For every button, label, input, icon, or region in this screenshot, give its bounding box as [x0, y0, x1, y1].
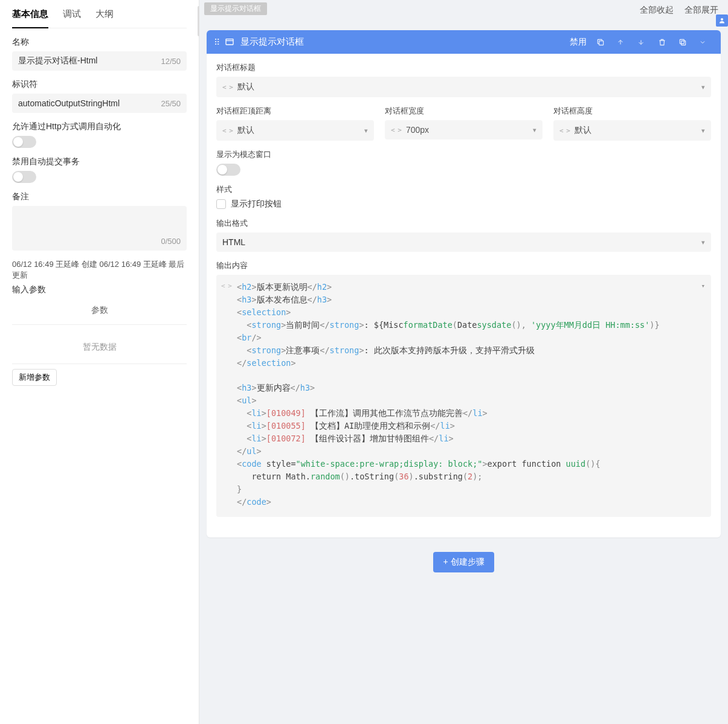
select-value: HTML: [222, 237, 697, 247]
width-select[interactable]: 700px▾: [385, 120, 543, 139]
print-label: 显示打印按钮: [231, 199, 282, 210]
dlg-title-value: 默认: [237, 82, 697, 92]
param-col-head: 参数: [12, 301, 187, 319]
card-header[interactable]: ⠿ 显示提示对话框 禁用: [207, 30, 721, 54]
divider: [12, 324, 187, 325]
main-panel: 显示提示对话框 全部收起 全部展开 ⠿ 显示提示对话框 禁用: [199, 0, 728, 724]
svg-rect-5: [681, 40, 686, 45]
remark-textarea[interactable]: 0/500: [12, 206, 187, 251]
chevron-down-icon: ▾: [533, 126, 536, 134]
sidebar: 基本信息 调试 大纲 名称 12/50 标识符 25/50 允许通过Http方式…: [0, 0, 199, 724]
svg-rect-4: [680, 39, 684, 43]
code-icon: < >: [221, 281, 231, 291]
copy-icon[interactable]: [596, 38, 611, 46]
top-dist-select[interactable]: 默认▾: [216, 120, 374, 141]
dlg-title-select[interactable]: 默认 ▾: [216, 77, 711, 97]
name-counter: 12/50: [161, 57, 181, 66]
delete-icon[interactable]: [658, 38, 672, 46]
disable-tx-label: 禁用自动提交事务: [12, 156, 187, 167]
chevron-down-icon: ▾: [701, 127, 705, 135]
modal-label: 显示为模态窗口: [216, 149, 711, 160]
svg-rect-3: [599, 40, 604, 45]
remark-label: 备注: [12, 191, 187, 202]
duplicate-icon[interactable]: [678, 38, 693, 46]
disable-tx-switch[interactable]: [12, 171, 36, 183]
style-label: 样式: [216, 184, 711, 195]
output-content-label: 输出内容: [216, 260, 711, 271]
chevron-down-icon[interactable]: [699, 39, 714, 46]
dlg-title-label: 对话框标题: [216, 62, 711, 73]
collapse-all[interactable]: 全部收起: [640, 5, 674, 16]
add-param-button[interactable]: 新增参数: [12, 369, 57, 386]
tab-debug[interactable]: 调试: [63, 6, 81, 28]
tab-basic[interactable]: 基本信息: [12, 6, 48, 28]
height-label: 对话框高度: [553, 106, 711, 117]
select-value: 700px: [406, 125, 528, 135]
top-dist-label: 对话框距顶距离: [216, 106, 374, 117]
disable-action[interactable]: 禁用: [566, 37, 590, 48]
svg-point-0: [721, 18, 723, 21]
http-label: 允许通过Http方式调用自动化: [12, 121, 187, 132]
remark-counter: 0/500: [161, 237, 181, 246]
chevron-down-icon: ▾: [701, 83, 705, 91]
modal-switch[interactable]: [216, 164, 240, 176]
step-tag: 显示提示对话框: [204, 2, 267, 15]
step-card: ⠿ 显示提示对话框 禁用 对话框标题 默认 ▾: [207, 30, 721, 537]
ident-counter: 25/50: [161, 99, 181, 108]
divider: [12, 364, 187, 364]
output-content-editor[interactable]: < >▾<h2>版本更新说明</h2> <h3>版本发布信息</h3> <sel…: [216, 275, 711, 517]
dialog-icon: [225, 37, 234, 47]
ident-input[interactable]: [18, 98, 157, 108]
output-fmt-label: 输出格式: [216, 218, 711, 229]
select-value: 默认: [237, 125, 359, 136]
expand-all[interactable]: 全部展开: [685, 5, 718, 16]
name-input[interactable]: [18, 56, 157, 66]
chevron-down-icon: ▾: [364, 127, 368, 135]
name-label: 名称: [12, 37, 187, 48]
card-title: 显示提示对话框: [240, 36, 560, 48]
height-select[interactable]: 默认▾: [553, 120, 711, 141]
chevron-down-icon[interactable]: ▾: [701, 281, 705, 291]
person-badge-icon[interactable]: [716, 14, 728, 27]
width-label: 对话框宽度: [385, 106, 543, 117]
sidebar-tabs: 基本信息 调试 大纲: [12, 6, 187, 28]
chevron-down-icon: ▾: [701, 239, 705, 246]
print-checkbox[interactable]: [216, 199, 226, 209]
input-params-head: 输入参数: [12, 284, 187, 295]
ident-label: 标识符: [12, 79, 187, 90]
move-down-icon[interactable]: [637, 39, 652, 46]
output-fmt-select[interactable]: HTML▾: [216, 232, 711, 252]
select-value: 默认: [575, 125, 697, 136]
tab-outline[interactable]: 大纲: [95, 6, 114, 28]
http-switch[interactable]: [12, 136, 36, 148]
drag-icon[interactable]: ⠿: [214, 37, 219, 47]
create-step-button[interactable]: + 创建步骤: [433, 552, 494, 572]
move-up-icon[interactable]: [617, 39, 631, 46]
no-data: 暂无数据: [12, 330, 187, 359]
svg-rect-1: [226, 39, 233, 44]
meta-info: 06/12 16:49 王延峰 创建 06/12 16:49 王延峰 最后更新: [12, 259, 187, 281]
